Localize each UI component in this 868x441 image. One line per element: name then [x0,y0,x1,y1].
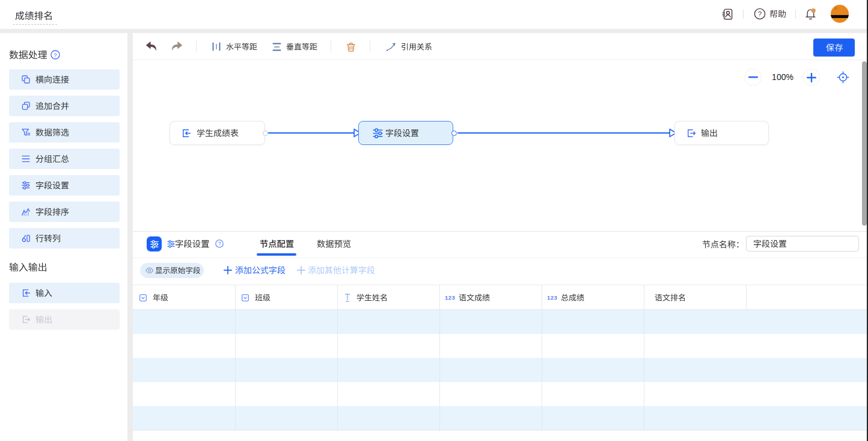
svg-text:?: ? [53,52,57,58]
svg-text:?: ? [218,241,221,247]
svg-text:?: ? [758,10,762,17]
